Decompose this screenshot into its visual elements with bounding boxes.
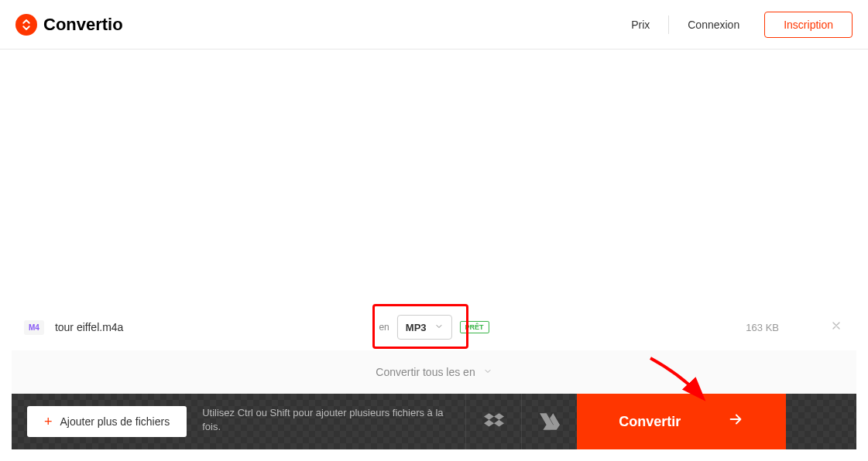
format-value: MP3	[406, 322, 427, 333]
remove-file-button[interactable]	[830, 319, 842, 336]
header: Convertio Prix Connexion Inscription	[0, 0, 868, 50]
nav-divider	[668, 15, 669, 34]
to-label: en	[379, 322, 389, 333]
bottom-bar: + Ajouter plus de fichiers Utilisez Ctrl…	[12, 394, 856, 449]
add-more-label: Ajouter plus de fichiers	[60, 415, 170, 428]
convert-label: Convertir	[619, 414, 681, 430]
file-size: 163 KB	[746, 322, 779, 333]
format-select[interactable]: MP3	[397, 315, 452, 340]
file-name: tour eiffel.m4a	[55, 321, 123, 333]
plus-icon: +	[44, 414, 53, 430]
file-type-badge: M4	[24, 320, 44, 335]
nav: Prix Connexion Inscription	[619, 12, 853, 38]
convert-button[interactable]: Convertir	[577, 394, 786, 449]
file-conversion-controls: en MP3 PRÊT	[379, 315, 489, 340]
add-more-button[interactable]: + Ajouter plus de fichiers	[27, 406, 187, 437]
main-panel: M4 tour eiffel.m4a en MP3 PRÊT 163 KB Co…	[0, 304, 868, 461]
chevron-down-icon	[483, 366, 492, 378]
convert-all-label: Convertir tous les en	[376, 366, 475, 378]
logo[interactable]: Convertio	[15, 14, 123, 36]
google-drive-icon[interactable]	[521, 394, 577, 449]
nav-pricing[interactable]: Prix	[619, 12, 662, 37]
dropbox-icon[interactable]	[465, 394, 521, 449]
brand-name: Convertio	[43, 15, 123, 35]
arrow-right-icon	[727, 411, 744, 432]
status-badge: PRÊT	[460, 321, 489, 333]
file-row: M4 tour eiffel.m4a en MP3 PRÊT 163 KB	[12, 304, 856, 350]
logo-icon	[15, 14, 37, 36]
signup-button[interactable]: Inscription	[764, 12, 853, 38]
nav-login[interactable]: Connexion	[675, 12, 752, 37]
convert-all-bar[interactable]: Convertir tous les en	[12, 350, 856, 394]
cloud-icons	[465, 394, 577, 449]
hint-text: Utilisez Ctrl ou Shift pour ajouter plus…	[187, 394, 465, 449]
chevron-down-icon	[434, 320, 444, 334]
